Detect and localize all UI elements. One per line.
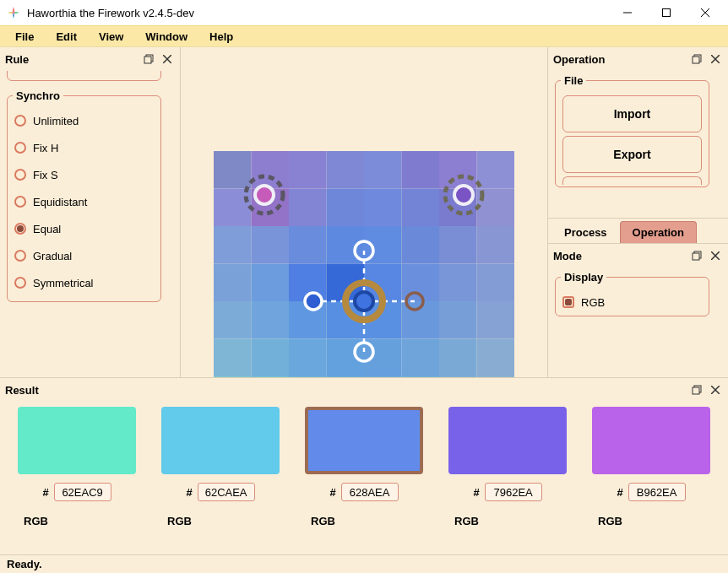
hex-input[interactable] <box>54 483 111 501</box>
app-logo-icon <box>7 6 20 19</box>
svg-rect-51 <box>289 338 327 376</box>
swatch[interactable]: #RGB <box>443 407 573 527</box>
svg-rect-55 <box>439 338 477 376</box>
svg-rect-22 <box>402 188 440 226</box>
hash-label: # <box>473 486 479 499</box>
svg-rect-39 <box>439 263 477 301</box>
svg-rect-100 <box>693 387 699 394</box>
radio-fix-s[interactable]: Fix S <box>13 161 155 188</box>
statusbar: Ready. <box>0 554 728 573</box>
svg-rect-31 <box>439 226 477 264</box>
svg-rect-20 <box>327 188 365 226</box>
svg-rect-34 <box>252 263 290 301</box>
float-icon[interactable] <box>689 51 704 67</box>
synchro-group: Synchro UnlimitedFix HFix SEquidistantEq… <box>7 89 161 302</box>
window-title: Haworthia the Firework v2.4.5-dev <box>27 7 608 19</box>
hex-input[interactable] <box>198 483 255 501</box>
result-panel-title: Result <box>5 384 686 397</box>
radio-label: Fix H <box>33 142 58 154</box>
svg-rect-92 <box>693 57 699 63</box>
svg-rect-27 <box>289 226 327 264</box>
svg-rect-48 <box>477 301 515 339</box>
hash-label: # <box>329 486 335 499</box>
menu-view[interactable]: View <box>89 28 133 46</box>
svg-rect-16 <box>477 151 515 189</box>
radio-equidistant[interactable]: Equidistant <box>13 188 155 215</box>
menu-help[interactable]: Help <box>199 28 243 46</box>
svg-rect-2 <box>663 9 671 17</box>
menu-edit[interactable]: Edit <box>46 28 87 46</box>
close-button[interactable] <box>686 0 725 25</box>
swatch-color[interactable] <box>18 407 136 474</box>
hex-input[interactable] <box>485 483 542 501</box>
operation-panel-title: Operation <box>553 53 686 66</box>
radio-unlimited[interactable]: Unlimited <box>13 107 155 134</box>
swatch-sublabel: RGB <box>167 515 192 527</box>
swatch-color[interactable] <box>592 407 710 474</box>
swatch[interactable]: #RGB <box>299 407 429 527</box>
radio-gradual[interactable]: Gradual <box>13 242 155 269</box>
radio-fix-h[interactable]: Fix H <box>13 134 155 161</box>
mode-panel-title: Mode <box>553 250 686 262</box>
rgb-label: RGB <box>581 296 605 309</box>
file-group: File Import Export <box>555 74 709 187</box>
minimize-button[interactable] <box>608 0 647 25</box>
swatch-sublabel: RGB <box>24 515 48 527</box>
swatch-color[interactable] <box>161 407 280 474</box>
close-icon[interactable] <box>160 51 175 67</box>
svg-rect-17 <box>214 188 252 226</box>
svg-point-78 <box>355 292 373 311</box>
close-icon[interactable] <box>708 51 723 67</box>
previous-group-edge: Custom <box>7 71 161 81</box>
import-button[interactable]: Import <box>562 95 702 132</box>
menu-file[interactable]: File <box>5 28 44 46</box>
scrollbar[interactable] <box>716 71 728 218</box>
svg-point-84 <box>255 186 274 204</box>
radio-label: Equal <box>33 223 61 235</box>
float-icon[interactable] <box>141 51 156 67</box>
swatch[interactable]: #RGB <box>12 407 142 527</box>
export-button[interactable]: Export <box>562 136 702 173</box>
radio-label: Symmetrical <box>33 277 94 289</box>
svg-rect-41 <box>214 301 252 339</box>
swatch-color[interactable] <box>448 407 567 474</box>
file-legend: File <box>561 74 586 87</box>
swatch-sublabel: RGB <box>454 515 479 527</box>
hex-input[interactable] <box>341 483 399 501</box>
swatch-color[interactable] <box>305 407 423 474</box>
menu-window[interactable]: Window <box>135 28 198 46</box>
maximize-button[interactable] <box>647 0 686 25</box>
radio-label: Equidistant <box>33 196 87 208</box>
tab-process[interactable]: Process <box>551 221 620 243</box>
svg-rect-49 <box>214 338 252 376</box>
svg-rect-50 <box>252 338 290 376</box>
rule-panel-title: Rule <box>5 53 138 66</box>
result-panel: Result #RGB#RGB#RGB#RGB#RGB <box>0 377 728 554</box>
svg-point-86 <box>454 186 473 204</box>
svg-rect-33 <box>214 263 252 301</box>
float-icon[interactable] <box>689 382 704 397</box>
tab-operation[interactable]: Operation <box>620 221 697 243</box>
radio-equal[interactable]: Equal <box>13 215 155 242</box>
display-legend: Display <box>561 271 606 284</box>
radio-label: Unlimited <box>33 115 79 127</box>
hash-label: # <box>617 486 622 499</box>
close-icon[interactable] <box>708 382 723 397</box>
swatch[interactable]: #RGB <box>586 407 716 527</box>
hex-input[interactable] <box>628 483 686 501</box>
svg-rect-42 <box>252 301 290 339</box>
swatch[interactable]: #RGB <box>155 407 285 527</box>
svg-rect-54 <box>402 338 440 376</box>
svg-rect-14 <box>402 151 440 189</box>
swatch-sublabel: RGB <box>598 515 622 527</box>
svg-rect-47 <box>439 301 477 339</box>
radio-rgb[interactable]: RGB <box>561 289 704 316</box>
svg-rect-10 <box>252 151 290 189</box>
radio-symmetrical[interactable]: Symmetrical <box>13 269 155 296</box>
display-group: Display RGB <box>555 271 709 316</box>
status-text: Ready. <box>7 558 42 570</box>
svg-rect-11 <box>289 151 327 189</box>
svg-rect-56 <box>477 338 515 376</box>
close-icon[interactable] <box>708 248 723 263</box>
float-icon[interactable] <box>689 248 704 263</box>
